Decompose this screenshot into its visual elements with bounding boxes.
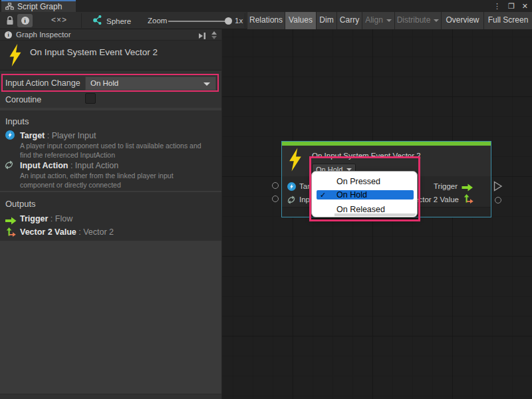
port-connector-target[interactable] — [272, 182, 279, 189]
toolbar-button-fullscreen[interactable]: Full Screen — [483, 12, 532, 29]
menu-bottom-strip — [334, 213, 416, 216]
toolbar-separator — [81, 13, 82, 28]
unity-script-graph-window: Script Graph ⋮ ❐ ✕ i <×> Sphere Zoom 1x … — [0, 0, 532, 399]
zoom-value: 1x — [235, 17, 243, 25]
toolbar-button-align[interactable]: Align — [362, 12, 394, 29]
inputs-section: Inputs Target : Player Input A player in… — [0, 110, 221, 191]
zoom-label: Zoom — [148, 17, 167, 25]
toolbar-button-carry[interactable]: Carry — [336, 12, 362, 29]
flow-arrow-icon — [462, 182, 473, 194]
pin-description: find the referenced InputAction — [20, 151, 115, 159]
menu-item-on-hold-selected[interactable]: ✓ On Hold — [317, 190, 414, 200]
check-icon: ✓ — [320, 190, 326, 200]
inspector-properties: Input Action Change On Hold Coroutine — [0, 70, 221, 108]
output-pin-trigger: Trigger : Flow — [20, 214, 72, 223]
node-title: On Input System Event Vector 2 — [312, 152, 421, 160]
zoom-slider[interactable] — [168, 21, 231, 22]
toolbar-button-relations[interactable]: Relations — [247, 12, 285, 29]
graph-name-label: Sphere — [106, 17, 131, 25]
tab-label: Script Graph — [17, 2, 62, 11]
input-action-change-dropdown[interactable]: On Hold — [85, 76, 216, 90]
script-graph-icon — [92, 15, 102, 27]
info-icon: i — [5, 31, 12, 39]
menu-item-on-pressed[interactable]: On Pressed — [312, 175, 417, 189]
input-pin-input-action: Input Action : Input Action — [20, 161, 118, 170]
outputs-heading: Outputs — [5, 199, 36, 209]
input-action-change-label: Input Action Change — [5, 78, 80, 88]
toolbar-button-dim[interactable]: Dim — [316, 12, 336, 29]
node-port-trigger-label: Trigger — [434, 182, 458, 190]
window-controls: ⋮ ❐ ✕ — [493, 0, 528, 12]
toolbar-button-values[interactable]: Values — [285, 12, 316, 29]
inspector-header-label: Graph Inspector — [16, 31, 70, 39]
graph-hierarchy-icon — [5, 1, 14, 13]
port-connector-input-action[interactable] — [272, 196, 279, 202]
outputs-section: Outputs Trigger : Flow Vector 2 Value : … — [0, 192, 221, 241]
event-bolt-icon — [8, 44, 23, 69]
zoom-slider-thumb[interactable] — [225, 17, 232, 25]
coroutine-checkbox[interactable] — [85, 93, 96, 104]
toolbar-button-distribute[interactable]: Distribute — [394, 12, 441, 29]
event-bolt-icon — [288, 148, 303, 174]
player-input-icon — [287, 182, 296, 194]
inspector-node-title: On Input System Event Vector 2 — [30, 47, 158, 57]
vector2-icon — [5, 227, 16, 240]
chevron-down-icon — [203, 82, 210, 86]
input-action-icon — [287, 195, 296, 207]
graph-toolbar: i <×> Sphere Zoom 1x Relations Values Di… — [0, 12, 532, 29]
player-input-icon — [5, 130, 15, 142]
maximize-icon[interactable]: ❐ — [508, 2, 515, 11]
inspector-header: i Graph Inspector — [0, 29, 221, 41]
tab-strip: Script Graph ⋮ ❐ ✕ — [0, 0, 532, 12]
pin-description: A player input component used to list av… — [20, 142, 201, 150]
lock-icon[interactable] — [6, 16, 14, 28]
port-connector-vector2-value[interactable] — [495, 197, 501, 203]
inspector-node-title-block: On Input System Event Vector 2 — [0, 41, 221, 70]
info-icon: i — [21, 17, 29, 25]
panel-scroll-spinner[interactable] — [209, 30, 219, 40]
panel-footer — [0, 394, 221, 399]
chevron-down-icon — [434, 19, 439, 22]
code-preview-icon[interactable]: <×> — [48, 15, 70, 25]
tab-script-graph[interactable]: Script Graph — [1, 0, 76, 12]
close-icon[interactable]: ✕ — [522, 2, 528, 11]
chevron-down-icon — [386, 19, 392, 22]
pin-description: component or directly connected — [20, 181, 121, 189]
input-action-change-menu: On Pressed ✓ On Hold On Released — [311, 171, 418, 217]
window-menu-icon[interactable]: ⋮ — [493, 2, 501, 11]
inputs-heading: Inputs — [5, 116, 29, 126]
input-pin-target: Target : Player Input — [20, 131, 96, 140]
coroutine-label: Coroutine — [5, 95, 41, 104]
toolbar-button-overview[interactable]: Overview — [441, 12, 483, 29]
scroll-down-icon[interactable] — [211, 36, 217, 39]
pin-description: An input action, either from the linked … — [20, 172, 174, 180]
input-action-icon — [4, 160, 14, 172]
graph-inspector-panel: i Graph Inspector On Input System Event … — [0, 29, 222, 399]
output-pin-vector2-value: Vector 2 Value : Vector 2 — [20, 227, 114, 237]
port-connector-trigger[interactable] — [493, 181, 503, 194]
flow-arrow-icon — [5, 215, 17, 227]
graph-inspector-toggle-button[interactable]: i — [17, 14, 33, 27]
vector2-icon — [463, 194, 473, 207]
graph-breadcrumb[interactable]: Sphere — [92, 15, 131, 27]
toolbar-separator — [245, 13, 245, 28]
scroll-up-icon[interactable] — [211, 31, 217, 35]
